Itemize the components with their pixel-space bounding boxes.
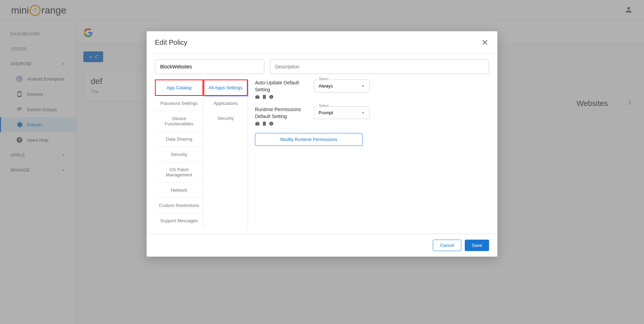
tab-support-messages[interactable]: Support Messages [155, 213, 203, 228]
tab-custom-restrictions[interactable]: Custom Restrictions [155, 198, 203, 213]
briefcase-icon [255, 94, 260, 99]
tab-os-patch[interactable]: OS Patch Management [155, 162, 203, 183]
tab-security[interactable]: Security [155, 147, 203, 162]
save-button[interactable]: Save [465, 240, 489, 251]
select-value: Always [319, 83, 333, 89]
subtab-applications[interactable]: Applications [204, 96, 248, 111]
tab-password-settings[interactable]: Password Settings [155, 96, 203, 111]
secondary-tabs: All Apps Settings Applications Security [204, 80, 248, 228]
setting-runtime-permissions: Runtime Permissions Default Setting i Se… [255, 106, 482, 126]
auto-update-select[interactable]: Select Always [314, 80, 370, 92]
edit-policy-modal: Edit Policy App Catalog Password Setting… [147, 31, 497, 257]
svg-text:i: i [271, 95, 272, 99]
select-value: Prompt [319, 110, 333, 115]
tab-device-functionalities[interactable]: Device Functionalities [155, 111, 203, 132]
primary-tabs: App Catalog Password Settings Device Fun… [155, 80, 204, 228]
settings-area: Auto-Update Default Setting i Select Alw… [248, 80, 489, 228]
modal-inputs [147, 54, 497, 74]
policy-name-input[interactable] [155, 59, 264, 74]
modal-overlay: Edit Policy App Catalog Password Setting… [0, 0, 644, 324]
policy-description-input[interactable] [270, 59, 489, 74]
tab-network[interactable]: Network [155, 183, 203, 198]
info-icon[interactable]: i [269, 94, 274, 99]
runtime-select[interactable]: Select Prompt [314, 106, 370, 119]
tab-app-catalog[interactable]: App Catalog [155, 80, 203, 96]
svg-text:i: i [271, 122, 272, 125]
phone-icon [262, 94, 267, 99]
modify-runtime-button[interactable]: Modify Runtime Permissions [255, 133, 363, 146]
cancel-button[interactable]: Cancel [433, 240, 461, 251]
select-label: Select [317, 77, 330, 81]
modal-header: Edit Policy [147, 31, 497, 54]
phone-icon [262, 121, 267, 126]
select-label: Select [317, 104, 330, 108]
modal-title: Edit Policy [155, 39, 187, 47]
setting-label: Runtime Permissions Default Setting i [255, 106, 307, 126]
modal-footer: Cancel Save [147, 234, 497, 257]
chevron-down-icon [361, 111, 365, 115]
close-icon[interactable] [481, 38, 489, 47]
subtab-security[interactable]: Security [204, 111, 248, 126]
setting-auto-update: Auto-Update Default Setting i Select Alw… [255, 80, 482, 99]
info-icon[interactable]: i [269, 121, 274, 126]
tab-data-sharing[interactable]: Data Sharing [155, 132, 203, 147]
setting-label: Auto-Update Default Setting i [255, 80, 307, 99]
briefcase-icon [255, 121, 260, 126]
chevron-down-icon [361, 84, 365, 88]
modal-content: App Catalog Password Settings Device Fun… [147, 74, 497, 234]
subtab-all-apps[interactable]: All Apps Settings [204, 80, 248, 96]
